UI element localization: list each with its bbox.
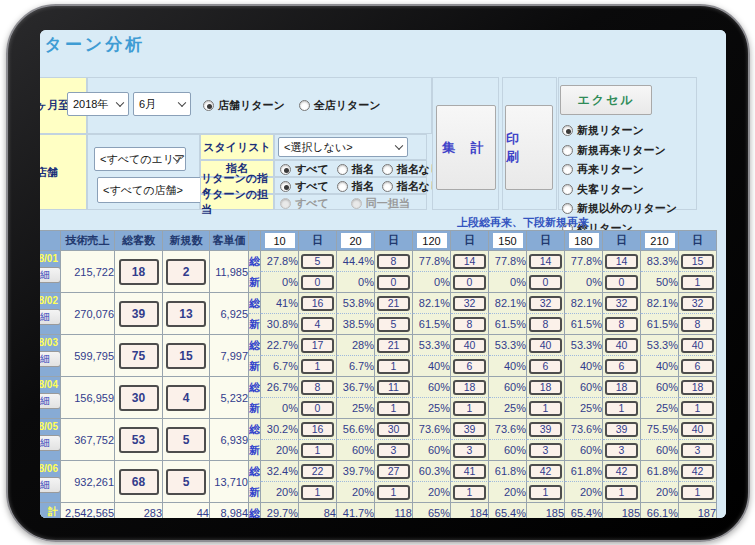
total-customers-box[interactable]: 30 [119,385,159,411]
day-threshold-input[interactable] [493,233,523,248]
return-count-box[interactable]: 3 [605,443,638,458]
return-count-box[interactable]: 40 [681,338,714,353]
radio-icon[interactable] [299,100,310,111]
return-count-box[interactable]: 3 [681,443,714,458]
return-count-box[interactable]: 5 [377,317,410,332]
radio-icon[interactable] [562,164,573,175]
return-type-radio[interactable]: 新規再来リターン [562,143,677,158]
new-customers-box[interactable]: 5 [166,469,206,495]
return-count-box[interactable]: 21 [377,338,410,353]
excel-button[interactable]: エクセル [560,85,652,115]
return-count-box[interactable]: 1 [681,275,714,290]
return-count-box[interactable]: 0 [377,275,410,290]
return-count-box[interactable]: 18 [681,380,714,395]
return-count-box[interactable]: 8 [681,317,714,332]
year-select[interactable]: 2018年 [67,92,129,116]
return-count-box[interactable]: 1 [681,401,714,416]
return-count-box[interactable]: 40 [681,422,714,437]
return-count-box[interactable]: 16 [301,296,334,311]
return-count-box[interactable]: 40 [453,338,486,353]
return-count-box[interactable]: 30 [377,422,410,437]
return-count-box[interactable]: 39 [605,422,638,437]
detail-button[interactable]: 詳細 [40,351,61,367]
return-count-box[interactable]: 32 [681,296,714,311]
scope-radio[interactable]: 全店リターン [299,98,381,113]
shimei-radio[interactable]: すべて [280,162,329,177]
return-count-box[interactable]: 6 [605,359,638,374]
return-type-radio[interactable]: 新規リターン [562,123,677,138]
day-threshold-input[interactable] [265,233,295,248]
day-threshold-input[interactable] [645,233,675,248]
return-count-box[interactable]: 3 [377,443,410,458]
radio-selected-icon[interactable] [562,125,573,136]
return-count-box[interactable]: 3 [453,443,486,458]
return-count-box[interactable]: 1 [301,359,334,374]
radio-icon[interactable] [562,203,573,214]
radio-selected-icon[interactable] [280,181,291,192]
return-count-box[interactable]: 32 [453,296,486,311]
day-threshold-input[interactable] [341,233,371,248]
return-type-radio[interactable]: 新規以外のリターン [562,201,677,216]
return-count-box[interactable]: 1 [529,401,562,416]
day-threshold-input[interactable] [417,233,447,248]
return-count-box[interactable]: 1 [681,485,714,500]
return-count-box[interactable]: 1 [301,485,334,500]
return-count-box[interactable]: 40 [529,338,562,353]
return-count-box[interactable]: 15 [681,254,714,269]
return-count-box[interactable]: 32 [529,296,562,311]
return-count-box[interactable]: 0 [605,275,638,290]
area-select[interactable]: <すべてのエリア> [94,147,186,171]
total-customers-box[interactable]: 53 [119,427,159,453]
new-customers-box[interactable]: 15 [166,343,206,369]
detail-button[interactable]: 詳細 [40,393,61,409]
return-count-box[interactable]: 41 [453,464,486,479]
day-threshold-input[interactable] [569,233,599,248]
new-customers-box[interactable]: 4 [166,385,206,411]
new-customers-box[interactable]: 5 [166,427,206,453]
return-count-box[interactable]: 6 [453,359,486,374]
return-count-box[interactable]: 0 [301,275,334,290]
new-customers-box[interactable]: 2 [166,259,206,285]
total-customers-box[interactable]: 75 [119,343,159,369]
aggregate-button[interactable]: 集 計 [436,105,496,190]
return-type-radio[interactable]: 再来リターン [562,162,677,177]
return-shimei-radio[interactable]: 指名 [337,179,374,194]
return-count-box[interactable]: 18 [453,380,486,395]
return-count-box[interactable]: 27 [377,464,410,479]
return-count-box[interactable]: 42 [681,464,714,479]
return-count-box[interactable]: 39 [453,422,486,437]
return-shimei-radio[interactable]: すべて [280,179,329,194]
print-button[interactable]: 印 刷 [505,105,553,190]
return-count-box[interactable]: 18 [529,380,562,395]
return-count-box[interactable]: 1 [529,485,562,500]
return-count-box[interactable]: 8 [377,254,410,269]
radio-icon[interactable] [382,164,393,175]
radio-icon[interactable] [337,181,348,192]
return-count-box[interactable]: 6 [681,359,714,374]
radio-selected-icon[interactable] [280,164,291,175]
return-count-box[interactable]: 0 [301,401,334,416]
return-count-box[interactable]: 1 [605,401,638,416]
return-count-box[interactable]: 11 [377,380,410,395]
detail-button[interactable]: 詳細 [40,477,61,493]
return-count-box[interactable]: 0 [529,275,562,290]
return-count-box[interactable]: 8 [605,317,638,332]
radio-icon[interactable] [337,164,348,175]
return-count-box[interactable]: 22 [301,464,334,479]
return-count-box[interactable]: 32 [605,296,638,311]
radio-selected-icon[interactable] [203,100,214,111]
shimei-radio[interactable]: 指名 [337,162,374,177]
return-count-box[interactable]: 8 [529,317,562,332]
detail-button[interactable]: 詳細 [40,267,61,283]
return-count-box[interactable]: 18 [605,380,638,395]
return-count-box[interactable]: 42 [529,464,562,479]
stylist-select[interactable]: <選択しない> [278,137,408,157]
detail-button[interactable]: 詳細 [40,435,61,451]
total-customers-box[interactable]: 68 [119,469,159,495]
return-count-box[interactable]: 16 [301,422,334,437]
return-count-box[interactable]: 8 [301,380,334,395]
radio-icon[interactable] [562,145,573,156]
return-count-box[interactable]: 0 [453,275,486,290]
total-customers-box[interactable]: 39 [119,301,159,327]
return-count-box[interactable]: 3 [529,443,562,458]
